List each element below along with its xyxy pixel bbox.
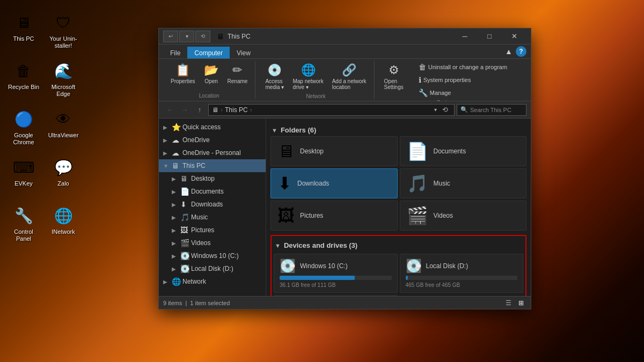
nav-item-windows-c[interactable]: ▶ 💽 Windows 10 (C:) xyxy=(159,249,266,262)
manage-icon: 🔧 xyxy=(419,88,428,97)
folder-item-videos[interactable]: 🎬 Videos xyxy=(400,201,527,231)
path-separator: › xyxy=(221,106,223,114)
desktop-nav-icon: 🖥 xyxy=(180,174,189,183)
desktop-icon-recycle-bin[interactable]: 🗑 Recycle Bin xyxy=(4,58,43,93)
expand-arrow-icon: ▶ xyxy=(172,266,178,272)
pictures-folder-icon: 🖼 xyxy=(277,206,295,226)
desktop: 🖥 This PC 🛡 Your Unin-staller! 🗑 Recycle… xyxy=(0,0,644,362)
nav-pane: ▶ ⭐ Quick access ▶ ☁ OneDrive ▶ ☁ OneDri… xyxy=(159,119,266,296)
nav-item-onedrive-personal[interactable]: ▶ ☁ OneDrive - Personal xyxy=(159,146,266,159)
address-bar: ← → ↑ 🖥 › This PC › ▾ ⟲ 🔍 Search This PC xyxy=(159,101,531,119)
ultraviewer-label: UltraViewer xyxy=(48,132,79,139)
tab-view[interactable]: View xyxy=(230,47,258,58)
search-box[interactable]: 🔍 Search This PC xyxy=(457,104,526,116)
drive-bar-c xyxy=(280,276,355,280)
desktop-icon-evkey[interactable]: ⌨ EVKey xyxy=(4,154,43,189)
chrome-label: Google Chrome xyxy=(6,132,41,146)
drive-bar-container-d xyxy=(406,276,518,280)
nav-item-pictures[interactable]: ▶ 🖼 Pictures xyxy=(159,224,266,237)
status-view-buttons: ☰ ⊞ xyxy=(503,298,526,308)
desktop-icon-this-pc[interactable]: 🖥 This PC xyxy=(4,10,43,45)
videos-folder-icon: 🎬 xyxy=(407,205,428,226)
folders-section-header[interactable]: ▼ Folders (6) xyxy=(270,123,526,136)
back-button[interactable]: ← xyxy=(163,104,176,116)
explorer-window: ↩ ▾ ⟲ 🖥 This PC ─ □ ✕ File Computer View xyxy=(158,28,531,309)
desktop-folder-icon: 🖥 xyxy=(277,142,295,161)
nav-item-documents[interactable]: ▶ 📄 Documents xyxy=(159,185,266,198)
drive-item-windows-c[interactable]: 💽 Windows 10 (C:) 36.1 GB free of 111 GB xyxy=(274,254,398,293)
ribbon-btn-open-settings[interactable]: ⚙ OpenSettings xyxy=(381,61,407,99)
desktop-icon-zalo[interactable]: 💬 Zalo xyxy=(44,154,83,189)
ribbon-btn-access-media[interactable]: 💿 Accessmedia ▾ xyxy=(262,61,287,92)
open-icon: 📂 xyxy=(204,63,218,77)
properties-icon: 📋 xyxy=(175,63,190,77)
path-dropdown[interactable]: ▾ xyxy=(434,107,437,113)
ribbon-btn-open[interactable]: 📂 Open xyxy=(201,61,222,86)
system-properties-icon: ℹ xyxy=(419,76,421,84)
nav-item-network[interactable]: ▶ 🌐 Network xyxy=(159,275,266,288)
nav-item-onedrive[interactable]: ▶ ☁ OneDrive xyxy=(159,134,266,146)
devices-section-header[interactable]: ▼ Devices and drives (3) xyxy=(274,238,523,252)
chrome-icon: 🔵 xyxy=(13,108,34,130)
folder-item-desktop[interactable]: 🖥 Desktop xyxy=(270,136,398,166)
folder-item-music[interactable]: 🎵 Music xyxy=(400,168,527,198)
folder-item-documents[interactable]: 📄 Documents xyxy=(400,136,527,166)
drive-item-local-d[interactable]: 💽 Local Disk (D:) 465 GB free of 465 GB xyxy=(400,254,524,293)
address-path[interactable]: 🖥 › This PC › ▾ ⟲ xyxy=(208,104,455,116)
help-icon[interactable]: ? xyxy=(516,46,526,57)
desktop-icon-chrome[interactable]: 🔵 Google Chrome xyxy=(4,106,43,148)
desktop-icon-control-panel[interactable]: 🔧 Control Panel xyxy=(4,203,43,245)
ribbon-btn-uninstall[interactable]: 🗑 Uninstall or change a program xyxy=(415,61,510,73)
network-nav-icon: 🌐 xyxy=(172,277,180,286)
search-placeholder: Search This PC xyxy=(470,107,511,113)
tab-computer[interactable]: Computer xyxy=(187,47,230,58)
ribbon-btn-system-properties[interactable]: ℹ System properties xyxy=(415,74,510,86)
minimize-button[interactable]: ─ xyxy=(452,28,477,45)
ribbon-btn-add-network[interactable]: 🔗 Add a networklocation xyxy=(329,61,370,92)
tiles-view-button[interactable]: ⊞ xyxy=(516,298,526,308)
nav-item-quick-access[interactable]: ▶ ⭐ Quick access xyxy=(159,121,266,134)
nav-item-local-d[interactable]: ▶ 💽 Local Disk (D:) xyxy=(159,262,266,275)
ribbon-btn-properties[interactable]: 📋 Properties xyxy=(167,61,199,86)
desktop-icon-uninstaller[interactable]: 🛡 Your Unin-staller! xyxy=(44,10,83,51)
evkey-icon: ⌨ xyxy=(13,157,34,178)
nav-item-downloads[interactable]: ▶ ⬇ Downloads xyxy=(159,198,266,211)
devices-chevron-icon: ▼ xyxy=(275,242,281,249)
network-icon: 🌐 xyxy=(53,205,74,226)
nav-item-desktop[interactable]: ▶ 🖥 Desktop xyxy=(159,172,266,185)
path-text: This PC xyxy=(225,106,248,114)
ribbon-btn-manage[interactable]: 🔧 Manage xyxy=(415,87,510,99)
devices-section-label: Devices and drives (3) xyxy=(284,241,357,249)
music-folder-icon: 🎵 xyxy=(407,173,428,194)
ribbon-group-network: 💿 Accessmedia ▾ 🌐 Map networkdrive ▾ 🔗 A… xyxy=(258,61,374,99)
qa-btn-2[interactable]: ▾ xyxy=(179,31,194,42)
qa-btn-3[interactable]: ⟲ xyxy=(195,31,210,42)
onedrive-icon: ☁ xyxy=(172,136,180,144)
folders-chevron-icon: ▼ xyxy=(272,127,277,134)
refresh-button[interactable]: ⟲ xyxy=(439,104,451,116)
qa-btn-1[interactable]: ↩ xyxy=(163,31,178,42)
desktop-icon-ultraviewer[interactable]: 👁 UltraViewer xyxy=(44,106,83,141)
ribbon-btn-map-network[interactable]: 🌐 Map networkdrive ▾ xyxy=(289,61,326,92)
nav-scroll-container: ▶ ⭐ Quick access ▶ ☁ OneDrive ▶ ☁ OneDri… xyxy=(159,121,266,288)
ribbon-btn-rename[interactable]: ✏ Rename xyxy=(224,61,251,86)
maximize-button[interactable]: □ xyxy=(477,28,502,45)
folder-item-pictures[interactable]: 🖼 Pictures xyxy=(270,201,398,231)
forward-button[interactable]: → xyxy=(178,104,191,116)
local-d-nav-icon: 💽 xyxy=(180,264,189,273)
folder-item-downloads[interactable]: ⬇ Downloads xyxy=(270,168,398,198)
nav-item-this-pc[interactable]: ▼ 🖥 This PC xyxy=(159,159,266,172)
nav-item-videos[interactable]: ▶ 🎬 Videos xyxy=(159,237,266,249)
nav-item-music[interactable]: ▶ 🎵 Music xyxy=(159,211,266,224)
tab-file[interactable]: File xyxy=(163,47,187,58)
list-view-button[interactable]: ☰ xyxy=(503,298,514,308)
desktop-icon-network[interactable]: 🌐 INetwork xyxy=(44,203,83,238)
expand-arrow-icon: ▶ xyxy=(163,150,170,156)
downloads-folder-icon: ⬇ xyxy=(277,173,292,194)
desktop-icon-edge[interactable]: 🌊 Microsoft Edge xyxy=(44,58,83,100)
uninstall-icon: 🗑 xyxy=(419,63,426,71)
up-button[interactable]: ↑ xyxy=(193,104,206,116)
search-icon: 🔍 xyxy=(460,106,468,113)
ribbon-collapse-icon[interactable]: ▲ xyxy=(504,47,514,56)
close-button[interactable]: ✕ xyxy=(502,28,526,45)
